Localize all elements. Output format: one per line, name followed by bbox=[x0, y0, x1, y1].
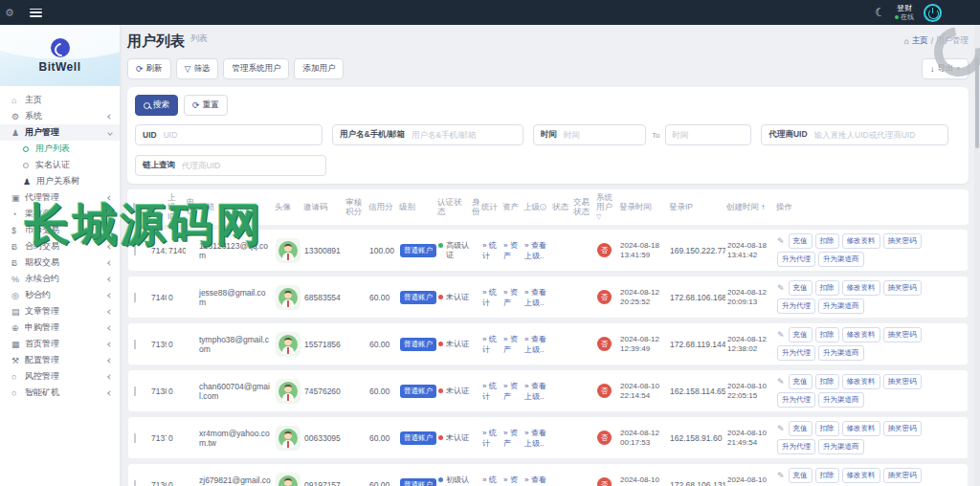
edit-pencil-icon[interactable]: ✎ bbox=[777, 330, 785, 340]
action-button-4[interactable]: 升为代理 bbox=[777, 298, 815, 314]
action-button-2[interactable]: 修改资料 bbox=[842, 233, 880, 249]
assets-link[interactable]: » 资产 bbox=[503, 288, 518, 307]
manage-system-users-button[interactable]: 管理系统用户 bbox=[223, 58, 289, 79]
action-button-2[interactable]: 修改资料 bbox=[842, 421, 880, 436]
stats-link[interactable]: » 统计 bbox=[482, 382, 497, 401]
avatar[interactable] bbox=[276, 426, 301, 451]
action-button-1[interactable]: 扣除 bbox=[815, 468, 839, 483]
cell-avatar[interactable] bbox=[274, 473, 302, 486]
sidebar-toggle-button[interactable] bbox=[30, 9, 42, 17]
row-checkbox[interactable] bbox=[134, 433, 136, 443]
avatar[interactable] bbox=[276, 379, 301, 404]
row-checkbox[interactable] bbox=[134, 387, 136, 396]
view-parent-link[interactable]: » 查看上级.. bbox=[524, 475, 546, 486]
search-button[interactable]: 搜索 bbox=[135, 95, 178, 116]
action-button-2[interactable]: 修改资料 bbox=[842, 374, 880, 389]
assets-link[interactable]: » 资产 bbox=[503, 241, 518, 260]
logout-power-button[interactable] bbox=[924, 4, 942, 22]
sidebar-item-7[interactable]: Ƀ期权交易 bbox=[0, 254, 120, 271]
action-button-3[interactable]: 抽奖密码 bbox=[883, 327, 922, 342]
sidebar-item-8[interactable]: %永续合约 bbox=[0, 271, 120, 287]
sidebar-item-10[interactable]: ▤文章管理 bbox=[0, 303, 120, 320]
action-button-1[interactable]: 扣除 bbox=[815, 280, 839, 296]
action-button-5[interactable]: 升为渠道商 bbox=[818, 298, 864, 314]
cell-avatar[interactable] bbox=[274, 426, 302, 451]
action-button-1[interactable]: 扣除 bbox=[815, 233, 839, 249]
edit-pencil-icon[interactable]: ✎ bbox=[777, 424, 785, 433]
assets-link[interactable]: » 资产 bbox=[503, 382, 518, 401]
stats-link[interactable]: » 统计 bbox=[482, 475, 497, 486]
action-button-0[interactable]: 充值 bbox=[789, 374, 813, 389]
refresh-button[interactable]: ⟳ 刷新 bbox=[127, 58, 171, 79]
assets-link[interactable]: » 资产 bbox=[503, 475, 518, 486]
action-button-0[interactable]: 充值 bbox=[789, 468, 813, 483]
sidebar-item-14[interactable]: ○风控管理 bbox=[0, 368, 120, 385]
uid-input[interactable] bbox=[164, 130, 322, 140]
filter-button[interactable]: ▽ 筛选 bbox=[176, 58, 219, 79]
action-button-2[interactable]: 修改资料 bbox=[842, 468, 880, 483]
action-button-5[interactable]: 升为渠道商 bbox=[818, 392, 864, 408]
reset-button[interactable]: ⟳ 重置 bbox=[184, 95, 228, 116]
settings-gear-icon[interactable]: ⚙ bbox=[5, 8, 14, 18]
avatar[interactable] bbox=[276, 285, 301, 310]
edit-pencil-icon[interactable]: ✎ bbox=[777, 283, 785, 293]
view-parent-link[interactable]: » 查看上级.. bbox=[524, 241, 546, 260]
sidebar-item-5[interactable]: $币币交易 bbox=[0, 222, 120, 238]
stats-link[interactable]: » 统计 bbox=[482, 241, 497, 260]
edit-pencil-icon[interactable]: ✎ bbox=[777, 377, 785, 387]
view-parent-link[interactable]: » 查看上级.. bbox=[524, 335, 546, 354]
view-parent-link[interactable]: » 查看上级.. bbox=[524, 288, 546, 307]
action-button-5[interactable]: 升为渠道商 bbox=[818, 345, 864, 361]
cell-avatar[interactable] bbox=[274, 285, 302, 310]
action-button-4[interactable]: 升为代理 bbox=[777, 345, 815, 361]
sidebar-item-6[interactable]: Ƀ合约交易 bbox=[0, 238, 120, 254]
view-parent-link[interactable]: » 查看上级.. bbox=[524, 382, 546, 401]
action-button-4[interactable]: 升为代理 bbox=[777, 439, 815, 454]
sidebar-item-9[interactable]: ◎秒合约 bbox=[0, 287, 120, 303]
sort-asc-icon[interactable]: ↑ bbox=[759, 203, 765, 211]
time-to-input[interactable] bbox=[666, 130, 750, 140]
sidebar-subitem-2-0[interactable]: 用户列表 bbox=[0, 141, 120, 157]
action-button-3[interactable]: 抽奖密码 bbox=[883, 374, 922, 389]
row-checkbox[interactable] bbox=[134, 246, 136, 255]
action-button-0[interactable]: 充值 bbox=[789, 280, 813, 296]
action-button-3[interactable]: 抽奖密码 bbox=[883, 468, 922, 483]
name-input[interactable] bbox=[412, 130, 523, 140]
sidebar-subitem-2-2[interactable]: ♟用户关系树 bbox=[0, 173, 120, 189]
action-button-4[interactable]: 升为代理 bbox=[777, 392, 815, 408]
row-checkbox[interactable] bbox=[134, 340, 136, 349]
stats-link[interactable]: » 统计 bbox=[482, 335, 497, 354]
assets-link[interactable]: » 资产 bbox=[503, 335, 518, 354]
row-checkbox[interactable] bbox=[134, 293, 136, 302]
chain-input[interactable] bbox=[182, 161, 325, 170]
sidebar-item-3[interactable]: ▣代理管理 bbox=[0, 189, 120, 206]
action-button-3[interactable]: 抽奖密码 bbox=[883, 280, 922, 296]
action-button-1[interactable]: 扣除 bbox=[815, 421, 839, 436]
avatar[interactable] bbox=[276, 332, 301, 357]
action-button-4[interactable]: 升为代理 bbox=[777, 252, 815, 267]
action-button-0[interactable]: 充值 bbox=[789, 421, 813, 436]
view-parent-link[interactable]: » 查看上级.. bbox=[524, 429, 546, 448]
sidebar-subitem-2-1[interactable]: 实名认证 bbox=[0, 157, 120, 173]
row-checkbox[interactable] bbox=[134, 480, 136, 486]
stats-link[interactable]: » 统计 bbox=[482, 429, 497, 448]
sidebar-item-2[interactable]: ♟用户管理 bbox=[0, 124, 120, 141]
action-button-3[interactable]: 抽奖密码 bbox=[883, 233, 922, 249]
sidebar-item-4[interactable]: ◔渠道商 bbox=[0, 206, 120, 222]
action-button-0[interactable]: 充值 bbox=[789, 327, 813, 342]
cell-avatar[interactable] bbox=[274, 332, 302, 357]
action-button-3[interactable]: 抽奖密码 bbox=[883, 421, 922, 436]
avatar[interactable] bbox=[276, 473, 301, 486]
sidebar-item-11[interactable]: ⊕申购管理 bbox=[0, 320, 120, 336]
assets-link[interactable]: » 资产 bbox=[503, 429, 518, 448]
add-user-button[interactable]: 添加用户 bbox=[294, 58, 344, 79]
stats-link[interactable]: » 统计 bbox=[482, 288, 497, 307]
select-all-checkbox[interactable] bbox=[133, 203, 135, 212]
edit-pencil-icon[interactable]: ✎ bbox=[777, 471, 785, 480]
header-checkbox[interactable] bbox=[131, 203, 148, 212]
cell-avatar[interactable] bbox=[274, 379, 302, 404]
sidebar-item-13[interactable]: ⚒配置管理 bbox=[0, 352, 120, 368]
export-button[interactable]: ↓ 导出 ▾ bbox=[922, 58, 969, 79]
action-button-1[interactable]: 扣除 bbox=[815, 327, 839, 342]
scrollbar-thumb[interactable] bbox=[975, 57, 979, 148]
